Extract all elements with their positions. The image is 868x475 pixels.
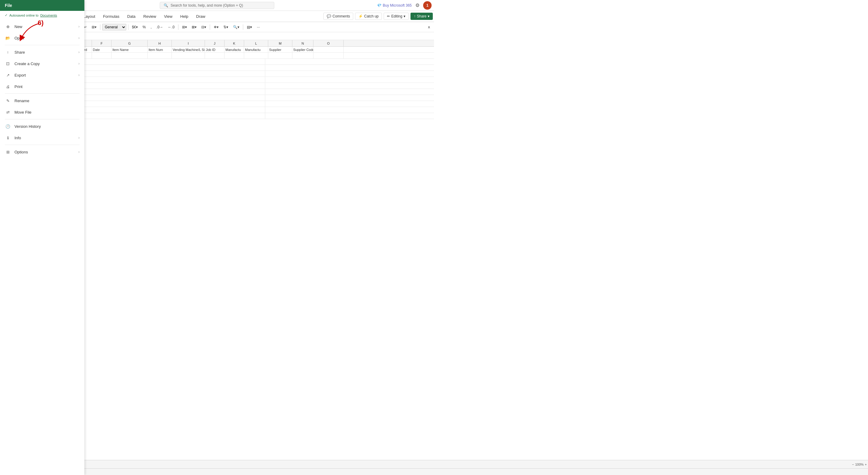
menu-item-options[interactable]: ⊞ Options › — [0, 146, 84, 158]
new-arrow: › — [79, 24, 80, 29]
title-bar-center: 🔍 Search for tools, help, and more (Opti… — [146, 2, 289, 9]
col-header-m[interactable]: M — [268, 40, 292, 46]
ms365-button[interactable]: 💎 Buy Microsoft 365 — [377, 3, 412, 7]
cell-g1[interactable]: Item Name — [112, 47, 148, 53]
comments-label: Comments — [333, 14, 350, 19]
cell-g17[interactable] — [112, 53, 148, 59]
search-button[interactable]: 🔍▾ — [231, 24, 241, 30]
tab-view[interactable]: View — [160, 12, 176, 21]
tab-review[interactable]: Review — [140, 12, 160, 21]
catchup-button[interactable]: ⚡ Catch up — [355, 13, 382, 20]
menu-item-create-copy[interactable]: ⊡ Create a Copy › — [0, 58, 84, 69]
comments-icon: 💬 — [327, 14, 331, 19]
table-button[interactable]: ⊞▾ — [180, 24, 189, 30]
menu-item-info[interactable]: ℹ Info › — [0, 132, 84, 144]
col-header-o[interactable]: O — [313, 40, 344, 46]
menu-item-open[interactable]: 📂 Open › — [0, 32, 84, 44]
filter-button[interactable]: ⊟▾ — [199, 24, 208, 30]
menu-item-share[interactable]: ↑ Share › — [0, 46, 84, 58]
tab-help[interactable]: Help — [177, 12, 192, 21]
tab-data[interactable]: Data — [124, 12, 139, 21]
more-options-button[interactable]: ··· — [255, 24, 261, 30]
sort-button[interactable]: ⇅▾ — [221, 24, 230, 30]
cell-f1[interactable]: Date — [92, 47, 112, 53]
decimal-dec-button[interactable]: ←.0 — [166, 24, 176, 30]
col-header-j[interactable]: J — [205, 40, 224, 46]
cell-o1[interactable] — [313, 47, 344, 53]
currency-button[interactable]: $€▾ — [130, 24, 140, 30]
search-box[interactable]: 🔍 Search for tools, help, and more (Opti… — [160, 2, 274, 9]
cell-o17[interactable] — [313, 53, 344, 59]
conditional-button[interactable]: ⊠▾ — [190, 24, 198, 30]
cell-h1[interactable]: Item Num — [148, 47, 172, 53]
comma-button[interactable]: , — [149, 24, 153, 30]
col-header-h[interactable]: H — [148, 40, 172, 46]
col-header-l[interactable]: L — [244, 40, 268, 46]
ribbon-collapse-button[interactable]: ∧ — [426, 24, 432, 30]
copy-icon: ⊡ — [5, 61, 11, 67]
toolbar-separator-4 — [100, 24, 100, 30]
cell-style-button[interactable]: ▤▾ — [245, 24, 254, 30]
menu-separator-3 — [5, 119, 80, 119]
catchup-label: Catch up — [364, 14, 378, 19]
menu-label-info: Info — [14, 136, 75, 140]
menu-item-version-history[interactable]: 🕐 Version History — [0, 121, 84, 132]
format-dropdown[interactable]: General Number Currency Date Text — [102, 24, 126, 30]
cell-i17[interactable] — [172, 53, 205, 59]
col-header-n[interactable]: N — [292, 40, 313, 46]
cell-l1[interactable]: Manufactu — [244, 47, 268, 53]
menu-label-export: Export — [14, 73, 75, 77]
decimal-inc-button[interactable]: .0→ — [155, 24, 165, 30]
settings-icon[interactable]: ⚙ — [415, 2, 420, 8]
cell-n17[interactable] — [292, 53, 313, 59]
catchup-icon: ⚡ — [358, 14, 363, 19]
tab-formulas[interactable]: Formulas — [99, 12, 123, 21]
info-arrow: › — [79, 136, 80, 140]
print-icon: 🖨 — [5, 84, 11, 90]
file-menu: File ✓ Autosaved online to Documents ⊕ N… — [0, 0, 84, 238]
menu-label-version-history: Version History — [14, 124, 80, 129]
cell-f17[interactable] — [92, 53, 112, 59]
share-button[interactable]: ↑ Share ▾ — [410, 13, 433, 20]
cell-i1[interactable]: Vending Machine/L Site — [172, 47, 205, 53]
menu-label-open: Open — [14, 36, 75, 40]
menu-separator-4 — [5, 145, 80, 145]
menu-item-print[interactable]: 🖨 Print — [0, 81, 84, 92]
cell-j1[interactable]: Job ID — [205, 47, 224, 53]
menu-label-move-file: Move File — [14, 110, 80, 115]
cell-m17[interactable] — [268, 53, 292, 59]
merge-button[interactable]: ⊞▾ — [90, 24, 98, 30]
menu-item-move-file[interactable]: ⇄ Move File — [0, 106, 84, 118]
editing-label: Editing — [391, 14, 402, 19]
share-icon: ↑ — [414, 14, 415, 19]
cell-j17[interactable] — [205, 53, 224, 59]
freeze-button[interactable]: ❄▾ — [212, 24, 220, 30]
avatar[interactable]: 1 — [423, 1, 432, 10]
col-header-k[interactable]: K — [224, 40, 244, 46]
editing-arrow: ▾ — [404, 14, 405, 19]
menu-item-export[interactable]: ↗ Export › — [0, 69, 84, 81]
comments-button[interactable]: 💬 Comments — [323, 13, 353, 20]
col-header-g[interactable]: G — [112, 40, 148, 46]
cell-k1[interactable]: Manufactu — [224, 47, 244, 53]
col-header-i[interactable]: I — [172, 40, 205, 46]
formula-input[interactable] — [24, 34, 433, 38]
cell-l17[interactable] — [244, 53, 268, 59]
autosave-info: ✓ Autosaved online to Documents — [0, 11, 84, 19]
percent-button[interactable]: % — [141, 24, 148, 30]
menu-item-rename[interactable]: ✎ Rename — [0, 95, 84, 106]
cell-n1[interactable]: Supplier Code — [292, 47, 313, 53]
rename-icon: ✎ — [5, 98, 11, 104]
cell-m1[interactable]: Supplier — [268, 47, 292, 53]
autosave-text: Autosaved online to — [9, 13, 38, 17]
title-bar-right: 💎 Buy Microsoft 365 ⚙ 1 — [288, 1, 432, 10]
options-icon: ⊞ — [5, 149, 11, 155]
col-header-f[interactable]: F — [92, 40, 112, 46]
editing-button[interactable]: ✏ Editing ▾ — [384, 13, 409, 20]
menu-label-new: New — [14, 24, 75, 29]
cell-k17[interactable] — [224, 53, 244, 59]
cell-h17[interactable] — [148, 53, 172, 59]
tab-draw[interactable]: Draw — [193, 12, 209, 21]
menu-item-new[interactable]: ⊕ New › — [0, 21, 84, 32]
autosave-link[interactable]: Documents — [40, 13, 57, 17]
